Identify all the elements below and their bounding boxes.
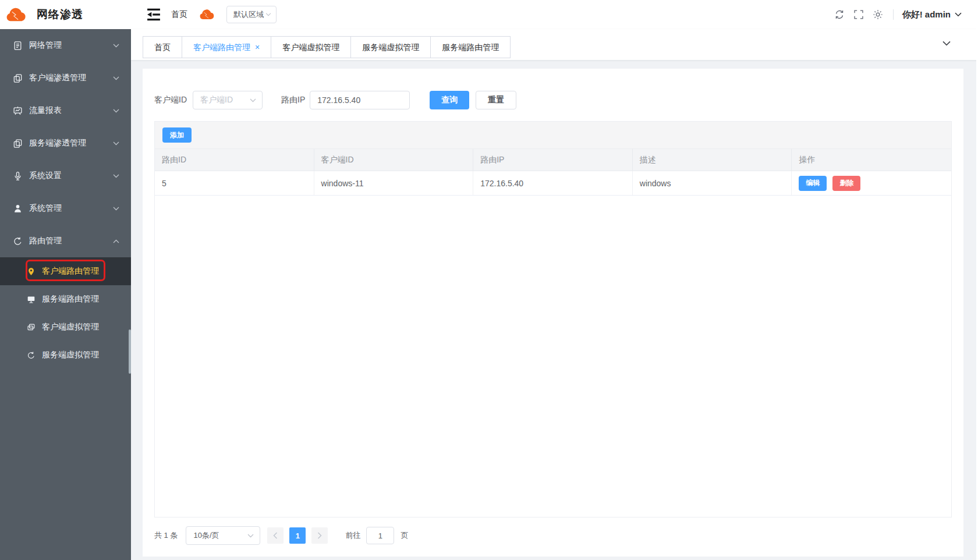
tab-label: 首页	[154, 42, 171, 52]
client-id-select[interactable]: 客户端ID	[193, 91, 263, 109]
chevron-left-icon	[273, 532, 278, 539]
chevron-right-icon	[317, 532, 322, 539]
chevron-down-icon	[113, 44, 119, 48]
region-select[interactable]: 默认区域	[226, 6, 277, 23]
sidebar-item-client-route-admin[interactable]: 客户端路由管理	[0, 257, 131, 285]
tab-server-route-admin[interactable]: 服务端路由管理	[430, 36, 511, 58]
sidebar-item-server-route-admin[interactable]: 服务端路由管理	[0, 285, 131, 313]
pagination: 共 1 条 10条/页 1 前往 页	[154, 526, 952, 545]
sidebar-item-server-virtual-admin[interactable]: 服务端虚拟管理	[0, 341, 131, 369]
sidebar-item-route-admin[interactable]: 路由管理	[0, 225, 131, 257]
chevron-down-icon	[955, 12, 962, 17]
sidebar-item-label: 路由管理	[29, 236, 62, 246]
route-ip-input[interactable]	[310, 91, 410, 109]
user-greeting: 你好! admin	[902, 9, 951, 20]
chart-board-icon	[13, 106, 23, 116]
user-menu[interactable]: 你好! admin	[902, 9, 962, 20]
sidebar-item-traffic-report[interactable]: 流量报表	[0, 94, 131, 127]
fullscreen-icon[interactable]	[853, 9, 864, 20]
column-header-client-id: 客户端ID	[314, 149, 474, 171]
tab-label: 服务端路由管理	[442, 42, 499, 52]
tab-home[interactable]: 首页	[143, 36, 182, 58]
edit-button[interactable]: 编辑	[799, 176, 827, 191]
sidebar-item-system-settings[interactable]: 系统设置	[0, 160, 131, 192]
sidebar-item-label: 流量报表	[29, 105, 62, 116]
main-content: 客户端ID 客户端ID 路由IP 查询 重置 添加 路由ID 客户端ID 路由I…	[131, 60, 978, 560]
theme-sun-icon[interactable]	[873, 9, 883, 20]
column-header-actions: 操作	[792, 149, 951, 171]
cell-route-ip: 172.16.5.40	[473, 171, 633, 195]
page-size-select[interactable]: 10条/页	[186, 526, 260, 545]
cloud-logo-icon	[5, 7, 27, 23]
tab-label: 服务端虚拟管理	[362, 42, 419, 52]
next-page-button[interactable]	[311, 527, 328, 544]
pagination-total: 共 1 条	[154, 530, 178, 541]
sidebar-item-label: 服务端虚拟管理	[42, 350, 99, 360]
chevron-down-icon	[113, 141, 119, 146]
column-header-route-ip: 路由IP	[473, 149, 633, 171]
sidebar-item-label: 服务端路由管理	[42, 294, 99, 304]
tab-server-virtual-admin[interactable]: 服务端虚拟管理	[350, 36, 431, 58]
app-title: 网络渗透	[37, 7, 83, 22]
sidebar-item-network[interactable]: 网络管理	[0, 29, 131, 62]
sidebar: 网络渗透 网络管理 客户端渗透管理 流量报表	[0, 0, 131, 560]
column-header-desc: 描述	[633, 149, 792, 171]
cell-route-id: 5	[155, 171, 314, 195]
sidebar-item-label: 系统管理	[29, 203, 62, 214]
chevron-down-icon	[265, 13, 271, 16]
tab-client-route-admin[interactable]: 客户端路由管理×	[182, 36, 271, 58]
page-unit-label: 页	[401, 530, 408, 541]
prev-page-button[interactable]	[267, 527, 284, 544]
microphone-icon	[13, 171, 23, 181]
refresh-icon	[13, 236, 23, 246]
copy-icon	[13, 73, 23, 83]
close-icon[interactable]: ×	[255, 42, 260, 52]
page-size-value: 10条/页	[193, 530, 219, 541]
page-number-1[interactable]: 1	[289, 527, 306, 544]
table-header: 路由ID 客户端ID 路由IP 描述 操作	[155, 149, 951, 171]
sidebar-fold-icon[interactable]	[146, 8, 162, 22]
tabs-dropdown-chevron-icon[interactable]	[942, 41, 951, 46]
tab-client-virtual-admin[interactable]: 客户端虚拟管理	[271, 36, 351, 58]
reset-button[interactable]: 重置	[476, 91, 516, 109]
route-ip-label: 路由IP	[281, 95, 305, 105]
sidebar-scrollbar[interactable]	[129, 329, 131, 374]
delete-button[interactable]: 删除	[832, 176, 860, 191]
table-toolbar: 添加	[155, 122, 951, 149]
sidebar-item-system-admin[interactable]: 系统管理	[0, 192, 131, 225]
topbar-actions: 你好! admin	[825, 9, 962, 20]
table-empty-area	[155, 196, 951, 517]
sidebar-item-label: 系统设置	[29, 171, 62, 181]
cell-desc: windows	[633, 171, 792, 195]
location-pin-icon	[27, 267, 36, 276]
filter-bar: 客户端ID 客户端ID 路由IP 查询 重置	[154, 69, 952, 109]
cloud-icon	[199, 9, 215, 20]
search-button[interactable]: 查询	[430, 91, 469, 109]
sidebar-item-server-pen[interactable]: 服务端渗透管理	[0, 127, 131, 160]
breadcrumb[interactable]: 首页	[171, 9, 187, 20]
sidebar-item-label: 服务端渗透管理	[29, 138, 86, 148]
sidebar-item-label: 客户端路由管理	[42, 266, 99, 277]
sidebar-item-label: 网络管理	[29, 40, 62, 51]
app-logo-bar: 网络渗透	[0, 0, 131, 29]
client-id-select-placeholder: 客户端ID	[200, 95, 233, 105]
add-button[interactable]: 添加	[162, 127, 192, 143]
sidebar-item-client-virtual-admin[interactable]: 客户端虚拟管理	[0, 313, 131, 341]
monitor-icon	[27, 295, 36, 304]
chevron-down-icon	[247, 534, 254, 538]
client-id-label: 客户端ID	[154, 95, 187, 105]
copy-icon	[13, 139, 23, 148]
document-icon	[13, 41, 23, 51]
tabbar: 首页 客户端路由管理× 客户端虚拟管理 服务端虚拟管理 服务端路由管理	[131, 29, 978, 60]
table-container: 添加 路由ID 客户端ID 路由IP 描述 操作 5 windows-11 17…	[154, 121, 952, 518]
chevron-up-icon	[113, 239, 119, 243]
sidebar-item-label: 客户端渗透管理	[29, 73, 86, 83]
refresh-icon	[27, 351, 36, 360]
sidebar-item-client-pen[interactable]: 客户端渗透管理	[0, 62, 131, 94]
refresh-icon[interactable]	[834, 9, 845, 20]
chevron-down-icon	[113, 207, 119, 211]
chevron-down-icon	[113, 109, 119, 113]
column-header-route-id: 路由ID	[155, 149, 314, 171]
region-select-value: 默认区域	[233, 9, 264, 20]
goto-page-input[interactable]	[366, 527, 394, 544]
